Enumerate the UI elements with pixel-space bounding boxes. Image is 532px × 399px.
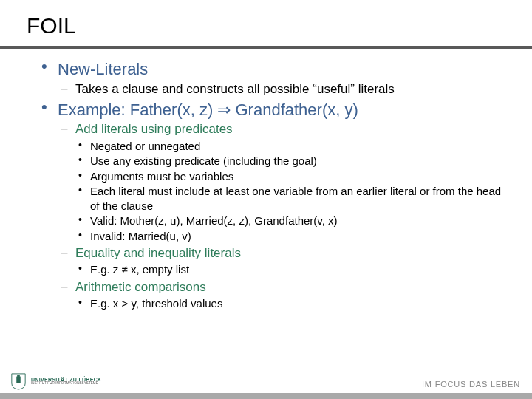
- lvl1-text: New-Literals: [58, 60, 148, 78]
- list-item: Negated or unnegated: [75, 139, 502, 154]
- lvl2-text: Takes a clause and constructs all possib…: [75, 82, 395, 96]
- slide: FOIL New-Literals Takes a clause and con…: [0, 0, 532, 399]
- list-item: Valid: Mother(z, u), Married(z, z), Gran…: [75, 214, 502, 228]
- footer: UNIVERSITÄT ZU LÜBECK INSTITUT FÜR INFOR…: [0, 369, 532, 399]
- list-item: Each literal must include at least one v…: [75, 184, 502, 213]
- bullet-list-lvl3: E.g. z ≠ x, empty list: [75, 262, 502, 277]
- lvl3-text: Use any existing predicate (including th…: [90, 154, 317, 167]
- bullet-list-lvl2: Takes a clause and constructs all possib…: [58, 81, 502, 97]
- lvl2-text: Arithmetic comparisons: [75, 280, 206, 294]
- bullet-list-lvl1: New-Literals Takes a clause and construc…: [40, 59, 502, 311]
- list-item: E.g. x > y, threshold values: [75, 296, 502, 311]
- list-item: Arithmetic comparisons E.g. x > y, thres…: [58, 279, 502, 311]
- footer-tagline: IM FOCUS DAS LEBEN: [422, 380, 520, 389]
- lvl2-text: Equality and inequality literals: [75, 246, 241, 260]
- lvl3-text: Arguments must be variables: [90, 170, 233, 183]
- list-item: New-Literals Takes a clause and construc…: [40, 59, 502, 97]
- list-item: E.g. z ≠ x, empty list: [75, 262, 502, 277]
- slide-title: FOIL: [0, 13, 532, 46]
- lvl3-text: Each literal must include at least one v…: [90, 185, 501, 212]
- university-crest-icon: [10, 372, 27, 390]
- title-underline: [0, 46, 532, 49]
- list-item: Takes a clause and constructs all possib…: [58, 81, 502, 97]
- lvl1-text: Example: Father(x, z) ⇒ Grandfather(x, y…: [58, 100, 358, 119]
- lvl3-text: E.g. z ≠ x, empty list: [90, 263, 189, 276]
- lvl3-text: E.g. x > y, threshold values: [90, 297, 222, 310]
- bullet-list-lvl3: Negated or unnegated Use any existing pr…: [75, 139, 502, 244]
- svg-rect-1: [17, 375, 20, 378]
- list-item: Add literals using predicates Negated or…: [58, 121, 502, 243]
- institute-name: INSTITUT FÜR INFORMATIONSSYSTEME: [31, 382, 101, 386]
- list-item: Equality and inequality literals E.g. z …: [58, 245, 502, 277]
- bullet-list-lvl2: Add literals using predicates Negated or…: [58, 121, 502, 310]
- list-item: Invalid: Married(u, v): [75, 229, 502, 244]
- list-item: Arguments must be variables: [75, 169, 502, 184]
- lvl2-text: Add literals using predicates: [75, 122, 233, 136]
- lvl3-text: Negated or unnegated: [90, 140, 200, 152]
- svg-rect-0: [16, 377, 21, 383]
- lvl3-text: Valid: Mother(z, u), Married(z, z), Gran…: [90, 214, 338, 227]
- lvl3-text: Invalid: Married(u, v): [90, 230, 191, 242]
- content-area: New-Literals Takes a clause and construc…: [0, 59, 532, 311]
- bullet-list-lvl3: E.g. x > y, threshold values: [75, 296, 502, 311]
- logo-text: UNIVERSITÄT ZU LÜBECK INSTITUT FÜR INFOR…: [31, 377, 101, 386]
- footer-logo: UNIVERSITÄT ZU LÜBECK INSTITUT FÜR INFOR…: [10, 372, 101, 390]
- list-item: Use any existing predicate (including th…: [75, 154, 502, 168]
- footer-bar: [0, 393, 532, 399]
- list-item: Example: Father(x, z) ⇒ Grandfather(x, y…: [40, 100, 502, 311]
